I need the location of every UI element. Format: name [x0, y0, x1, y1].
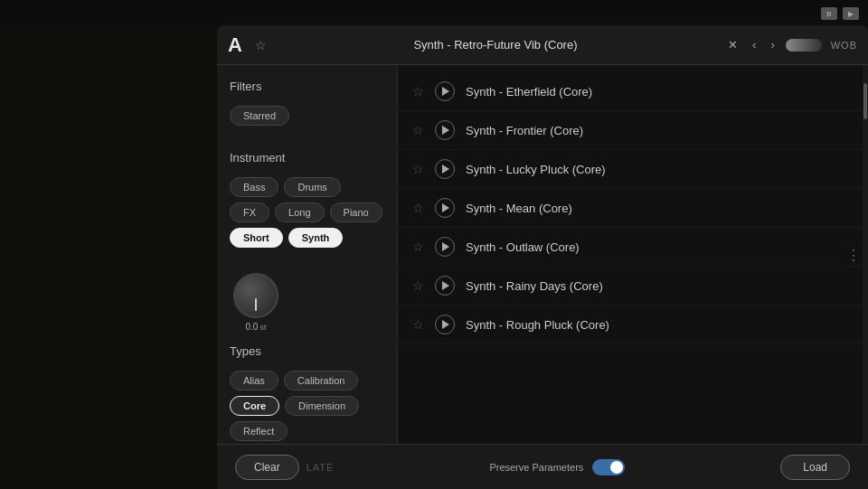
volume-slider[interactable] — [786, 39, 822, 52]
bottom-left: Clear LATE — [235, 455, 334, 480]
type-dimension[interactable]: Dimension — [285, 396, 359, 416]
preset-title: Synth - Retro-Future Vib (Core) — [276, 38, 715, 52]
knob-marker — [255, 298, 257, 311]
filter-drums[interactable]: Drums — [284, 177, 340, 197]
type-calibration[interactable]: Calibration — [284, 371, 359, 390]
preset-item[interactable]: ☆ Synth - Mean (Core) — [398, 189, 868, 228]
top-bar-icons: B ▶ — [821, 7, 859, 20]
filter-long[interactable]: Long — [275, 202, 324, 222]
star-icon-0[interactable]: ☆ — [412, 84, 424, 99]
instrument-buttons: Bass Drums FX Long Piano Short Synth — [230, 177, 384, 248]
types-title: Types — [230, 344, 384, 358]
knob-unit: st — [259, 323, 266, 332]
filter-synth[interactable]: Synth — [288, 228, 344, 248]
title-bar: A ☆ Synth - Retro-Future Vib (Core) ✕ ‹ … — [217, 25, 868, 65]
type-buttons: Alias Calibration Core Dimension Reflect — [230, 371, 384, 441]
star-icon-5[interactable]: ☆ — [412, 278, 424, 293]
load-button[interactable]: Load — [780, 455, 850, 480]
top-bar-icon-b: B — [821, 7, 837, 20]
star-icon-6[interactable]: ☆ — [412, 317, 424, 332]
filter-fx[interactable]: FX — [230, 202, 269, 222]
top-bar-icon-arrow: ▶ — [843, 7, 859, 20]
preset-name-2: Synth - Lucky Pluck (Core) — [466, 163, 606, 176]
play-button-3[interactable] — [435, 198, 455, 218]
play-triangle-1 — [442, 126, 449, 135]
preserve-parameters-area: Preserve Parameters — [489, 459, 625, 475]
tune-knob[interactable] — [233, 273, 278, 318]
main-panel: A ☆ Synth - Retro-Future Vib (Core) ✕ ‹ … — [217, 25, 868, 489]
starred-filter-group: Starred — [230, 106, 384, 126]
scrollbar-track[interactable] — [863, 65, 868, 444]
more-options-icon[interactable]: ⋮ — [846, 246, 861, 263]
knob-container: 0.0 st — [233, 273, 278, 332]
play-triangle-2 — [442, 165, 449, 174]
forward-button[interactable]: › — [767, 36, 778, 53]
back-button[interactable]: ‹ — [749, 36, 760, 53]
types-section: Types Alias Calibration Core Dimension R… — [230, 344, 384, 441]
content-area: Filters Starred Instrument Bass Drums FX… — [217, 65, 868, 444]
filter-short[interactable]: Short — [230, 228, 283, 248]
preset-item[interactable]: ☆ Synth - Outlaw (Core) — [398, 228, 868, 267]
star-icon-2[interactable]: ☆ — [412, 162, 424, 176]
type-reflect[interactable]: Reflect — [230, 421, 288, 441]
star-icon-3[interactable]: ☆ — [412, 201, 424, 215]
play-triangle-5 — [442, 281, 449, 290]
play-button-6[interactable] — [435, 315, 455, 334]
star-icon-4[interactable]: ☆ — [412, 240, 424, 254]
preset-name-1: Synth - Frontier (Core) — [466, 124, 583, 137]
play-button-2[interactable] — [435, 159, 455, 179]
preset-list-panel: ☆ Synth - Etherfield (Core) ☆ Synth - Fr… — [398, 65, 868, 444]
preset-name-0: Synth - Etherfield (Core) — [466, 85, 592, 99]
filters-panel: Filters Starred Instrument Bass Drums FX… — [217, 65, 398, 444]
filter-bass[interactable]: Bass — [230, 177, 278, 197]
star-icon[interactable]: ☆ — [255, 38, 267, 52]
close-button[interactable]: ✕ — [724, 36, 741, 53]
type-core[interactable]: Core — [230, 396, 279, 416]
preset-item[interactable]: ☆ Synth - Frontier (Core) — [398, 111, 868, 150]
knob-area: 0.0 st — [230, 273, 384, 332]
bottom-bar: Clear LATE Preserve Parameters Load — [217, 444, 868, 489]
play-button-4[interactable] — [435, 237, 455, 257]
starred-button[interactable]: Starred — [230, 106, 289, 126]
clear-button[interactable]: Clear — [235, 455, 299, 480]
play-button-5[interactable] — [435, 276, 455, 296]
star-icon-1[interactable]: ☆ — [412, 123, 424, 137]
scrollbar-thumb[interactable] — [863, 83, 867, 119]
knob-value-area: 0.0 st — [246, 322, 267, 332]
instrument-title: Instrument — [230, 151, 384, 165]
preset-name-4: Synth - Outlaw (Core) — [466, 240, 580, 254]
play-triangle-0 — [442, 87, 449, 96]
title-controls: ✕ ‹ › — [724, 36, 822, 53]
preset-name-5: Synth - Rainy Days (Core) — [466, 279, 603, 293]
top-bar: B ▶ — [0, 0, 868, 27]
play-triangle-6 — [442, 320, 449, 329]
wob-label: WOB — [831, 40, 857, 51]
play-triangle-3 — [442, 203, 449, 212]
preset-item[interactable]: ☆ Synth - Rough Pluck (Core) — [398, 306, 868, 344]
instrument-section: Instrument Bass Drums FX Long Piano Shor… — [230, 151, 384, 248]
preset-item[interactable]: ☆ Synth - Lucky Pluck (Core) — [398, 150, 868, 189]
preset-name-3: Synth - Mean (Core) — [466, 202, 572, 215]
preserve-toggle[interactable] — [592, 459, 625, 475]
preset-item[interactable]: ☆ Synth - Etherfield (Core) — [398, 72, 868, 111]
left-background — [0, 0, 226, 489]
preset-list: ☆ Synth - Etherfield (Core) ☆ Synth - Fr… — [398, 65, 868, 352]
filters-section: Filters Starred — [230, 80, 384, 126]
preserve-label: Preserve Parameters — [489, 462, 583, 473]
knob-value: 0.0 — [246, 322, 259, 332]
preset-name-6: Synth - Rough Pluck (Core) — [466, 318, 609, 332]
toggle-thumb — [610, 461, 623, 474]
filters-title: Filters — [230, 80, 384, 93]
late-label: LATE — [307, 462, 335, 473]
type-alias[interactable]: Alias — [230, 371, 278, 390]
preset-item[interactable]: ☆ Synth - Rainy Days (Core) — [398, 267, 868, 306]
filter-piano[interactable]: Piano — [330, 202, 382, 222]
play-button-0[interactable] — [435, 81, 455, 101]
play-button-1[interactable] — [435, 120, 455, 140]
play-triangle-4 — [442, 242, 449, 251]
title-letter: A — [228, 33, 242, 57]
